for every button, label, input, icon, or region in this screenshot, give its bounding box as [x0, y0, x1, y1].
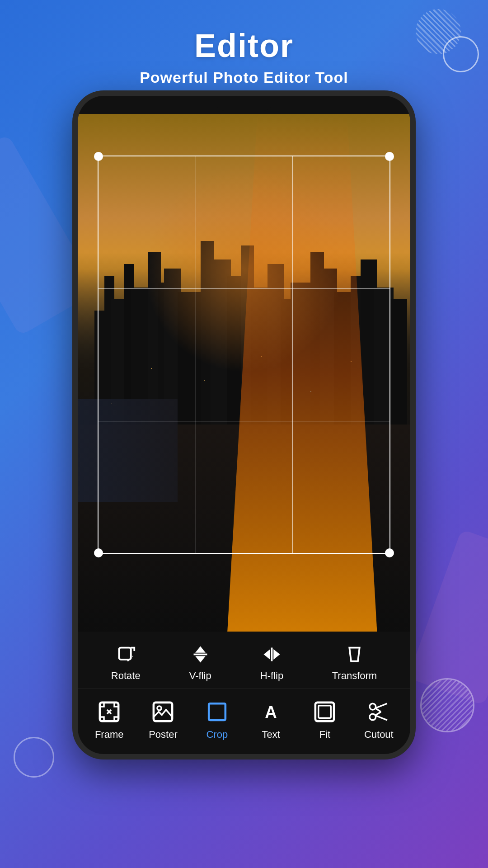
transform-icon	[343, 643, 366, 665]
svg-rect-0	[119, 647, 131, 659]
frame-label: Frame	[95, 729, 124, 741]
crop-handle-top-right[interactable]	[385, 152, 394, 161]
svg-line-17	[375, 715, 387, 720]
svg-point-9	[157, 706, 161, 710]
primary-tools-row: Frame Poster	[78, 689, 410, 754]
svg-rect-8	[154, 702, 172, 721]
svg-point-14	[370, 703, 376, 710]
phone-notch	[217, 99, 271, 111]
transform-tool[interactable]: Transform	[332, 643, 377, 682]
cutout-label: Cutout	[364, 729, 394, 741]
phone-mockup: Rotate V-flip	[72, 90, 416, 760]
rotate-tool[interactable]: Rotate	[111, 643, 141, 682]
poster-label: Poster	[149, 729, 178, 741]
vflip-label: V-flip	[189, 670, 211, 682]
app-subtitle: Powerful Photo Editor Tool	[0, 69, 488, 86]
crop-label: Crop	[206, 729, 228, 741]
text-icon: A	[258, 698, 285, 725]
crop-handle-top-left[interactable]	[94, 152, 103, 161]
crop-icon	[203, 698, 230, 725]
app-title: Editor	[0, 27, 488, 64]
hflip-icon	[260, 643, 283, 665]
svg-rect-13	[319, 705, 331, 718]
svg-marker-5	[265, 651, 269, 658]
crop-grid-v1	[196, 156, 196, 553]
hflip-tool[interactable]: H-flip	[260, 643, 283, 682]
svg-point-15	[370, 714, 376, 720]
vflip-tool[interactable]: V-flip	[189, 643, 211, 682]
fit-icon	[311, 698, 338, 725]
rotate-label: Rotate	[111, 670, 141, 682]
svg-text:A: A	[265, 703, 277, 722]
svg-line-19	[375, 712, 381, 715]
svg-marker-2	[197, 647, 204, 651]
text-label: Text	[262, 729, 280, 741]
fit-tool[interactable]: Fit	[298, 698, 352, 741]
bg-circle-outline-2	[14, 737, 54, 778]
svg-marker-3	[197, 657, 204, 661]
transform-label: Transform	[332, 670, 377, 682]
cutout-icon	[365, 698, 392, 725]
svg-rect-10	[209, 703, 225, 720]
rotate-icon	[114, 643, 137, 665]
frame-tool[interactable]: Frame	[82, 698, 136, 741]
crop-overlay[interactable]	[98, 156, 390, 554]
photo-editing-area[interactable]	[78, 114, 410, 632]
vflip-icon	[189, 643, 211, 665]
secondary-tools-row: Rotate V-flip	[78, 632, 410, 689]
crop-tool[interactable]: Crop	[190, 698, 244, 741]
cutout-tool[interactable]: Cutout	[352, 698, 406, 741]
crop-handle-bottom-right[interactable]	[385, 548, 394, 557]
frame-icon	[96, 698, 123, 725]
poster-tool[interactable]: Poster	[136, 698, 190, 741]
header: Editor Powerful Photo Editor Tool	[0, 0, 488, 100]
phone-frame: Rotate V-flip	[72, 90, 416, 760]
crop-grid-h1	[99, 288, 389, 289]
svg-line-16	[375, 703, 387, 708]
bottom-panel: Rotate V-flip	[78, 632, 410, 754]
poster-icon	[150, 698, 177, 725]
crop-grid-h2	[99, 421, 389, 421]
svg-line-18	[375, 708, 381, 712]
bg-circle-striped-2	[420, 678, 474, 732]
svg-marker-6	[274, 651, 278, 658]
hflip-label: H-flip	[260, 670, 283, 682]
text-tool[interactable]: A Text	[244, 698, 298, 741]
fit-label: Fit	[319, 729, 330, 741]
crop-grid-v2	[292, 156, 293, 553]
